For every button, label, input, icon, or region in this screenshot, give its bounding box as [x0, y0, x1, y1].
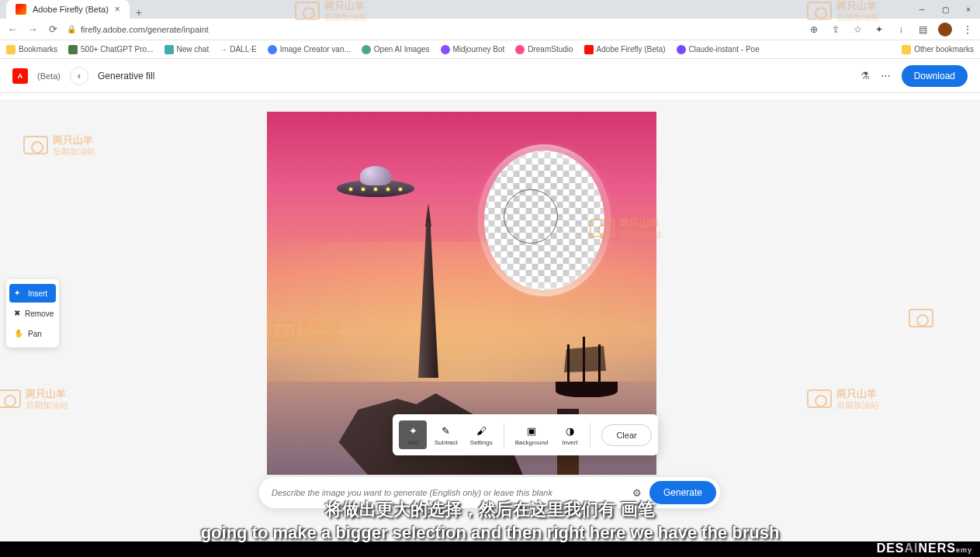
bookmark-icon — [68, 45, 78, 54]
app-back-button[interactable]: ‹ — [70, 67, 88, 85]
folder-icon — [6, 45, 16, 54]
window-minimize-icon[interactable]: ─ — [910, 0, 933, 19]
camera-icon — [590, 219, 615, 237]
bookmark-icon — [677, 45, 686, 54]
subtract-tool[interactable]: ✎Subtract — [430, 420, 462, 449]
camera-icon — [807, 389, 832, 408]
url-text: firefly.adobe.com/generate/inpaint — [81, 25, 209, 34]
prompt-bar: ⚙ Generate — [259, 477, 720, 508]
brush-settings-tool[interactable]: 🖌Settings — [466, 420, 497, 449]
watermark: 两只山羊后期加油站 — [295, 0, 367, 22]
watermark: 两只山羊后期加油站 — [590, 217, 662, 240]
folder-icon — [902, 45, 911, 54]
insert-tool[interactable]: ✦Insert — [9, 284, 56, 303]
bookmark-item[interactable]: 500+ ChatGPT Pro... — [68, 45, 153, 54]
divider — [590, 423, 590, 448]
brush-toolbar: ✦Add ✎Subtract 🖌Settings ▣Background ◑In… — [393, 414, 658, 455]
nav-back-icon[interactable]: ← — [6, 23, 19, 35]
bookmark-item[interactable]: Bookmarks — [6, 45, 57, 54]
insert-icon: ✦ — [14, 289, 23, 298]
add-tool[interactable]: ✦Add — [399, 420, 427, 449]
adobe-logo-icon[interactable]: A — [12, 68, 28, 84]
bookmark-item[interactable]: Adobe Firefly (Beta) — [584, 45, 666, 54]
pan-tool[interactable]: ✋Pan — [9, 324, 56, 343]
bookmark-item[interactable]: →DALL·E — [220, 45, 256, 54]
nav-forward-icon[interactable]: → — [26, 23, 39, 35]
bookmark-icon — [515, 45, 525, 54]
watermark: 两只山羊后期加油站 — [23, 134, 95, 157]
watermark: 两只山羊后期加油站 — [272, 320, 344, 343]
download-button[interactable]: Download — [902, 65, 968, 87]
bookmarks-bar: Bookmarks 500+ ChatGPT Pro... New chat →… — [0, 40, 980, 59]
bookmark-icon — [164, 45, 174, 54]
camera-icon — [295, 2, 320, 20]
new-tab-button[interactable]: + — [130, 6, 148, 19]
video-bar — [0, 541, 980, 557]
bookmark-icon: → — [220, 46, 227, 54]
ufo-graphic — [337, 166, 414, 205]
add-icon: ✦ — [406, 424, 420, 438]
bookmark-icon — [441, 45, 450, 54]
background-icon: ▣ — [525, 424, 538, 438]
remove-tool[interactable]: ✖Remove — [9, 304, 56, 323]
clear-button[interactable]: Clear — [601, 424, 651, 446]
camera-icon — [807, 2, 832, 20]
pan-icon: ✋ — [14, 329, 23, 338]
bookmark-item[interactable]: DreamStudio — [515, 45, 573, 54]
bookmark-icon — [362, 45, 371, 54]
flask-icon[interactable]: ⚗ — [861, 70, 870, 81]
bookmark-item[interactable]: Midjourney Bot — [441, 45, 505, 54]
app-header: A (Beta) ‹ Generative fill ⚗ ⋯ Download — [0, 59, 980, 93]
brand-logo: DESAINERSemy — [877, 541, 972, 555]
bookmark-icon — [268, 45, 277, 54]
translate-icon[interactable]: ⊕ — [808, 23, 820, 36]
nav-reload-icon[interactable]: ⟳ — [47, 23, 59, 35]
divider — [504, 423, 504, 448]
page-title: Generative fill — [98, 71, 154, 81]
profile-avatar-icon[interactable] — [938, 22, 952, 36]
camera-icon — [0, 389, 21, 408]
bookmark-item[interactable]: Claude-instant - Poe — [677, 45, 760, 54]
ship-graphic — [548, 327, 625, 397]
more-icon[interactable]: ⋯ — [881, 70, 891, 81]
window-close-icon[interactable]: × — [957, 0, 980, 19]
canvas-area: ✦Insert ✖Remove ✋Pan ✦Add ✎Subtract 🖌Set… — [0, 99, 980, 557]
extensions-icon[interactable]: ✦ — [873, 23, 885, 36]
subtract-icon: ✎ — [439, 424, 453, 438]
tab-close-icon[interactable]: × — [115, 4, 120, 15]
bookmark-item[interactable]: Image Creator van... — [268, 45, 351, 54]
bookmark-icon — [584, 45, 594, 54]
downloads-icon[interactable]: ↓ — [895, 23, 907, 36]
brush-icon: 🖌 — [474, 424, 488, 438]
prompt-input[interactable] — [272, 488, 625, 497]
watermark: 两只山羊后期加油站 — [807, 388, 879, 410]
remove-icon: ✖ — [14, 309, 20, 318]
browser-tab-active[interactable]: Adobe Firefly (Beta) × — [6, 0, 130, 19]
reading-list-icon[interactable]: ▤ — [916, 23, 929, 36]
invert-icon: ◑ — [563, 424, 577, 438]
window-maximize-icon[interactable]: ▢ — [933, 0, 957, 19]
camera-icon — [272, 322, 296, 341]
background-tool[interactable]: ▣Background — [511, 420, 553, 449]
menu-icon[interactable]: ⋮ — [961, 23, 974, 36]
bookmark-star-icon[interactable]: ☆ — [851, 23, 864, 36]
url-field[interactable]: 🔒 firefly.adobe.com/generate/inpaint — [67, 25, 800, 34]
bookmark-item[interactable]: New chat — [164, 45, 210, 54]
camera-icon — [23, 136, 48, 154]
watermark — [909, 309, 933, 327]
bookmark-item[interactable]: Open AI Images — [362, 45, 430, 54]
beta-badge: (Beta) — [37, 71, 61, 81]
watermark: 两只山羊后期加油站 — [807, 0, 879, 22]
prompt-settings-icon[interactable]: ⚙ — [632, 487, 642, 499]
invert-tool[interactable]: ◑Invert — [556, 420, 583, 449]
tab-title: Adobe Firefly (Beta) — [33, 5, 109, 14]
generate-button[interactable]: Generate — [649, 481, 716, 504]
share-icon[interactable]: ⇪ — [829, 23, 842, 36]
brush-cursor-icon — [504, 189, 558, 244]
other-bookmarks[interactable]: Other bookmarks — [902, 45, 974, 54]
camera-icon — [909, 309, 933, 327]
watermark: 两只山羊后期加油站 — [0, 388, 68, 410]
tab-favicon-icon — [16, 4, 26, 15]
lock-icon: 🔒 — [67, 25, 76, 33]
side-toolbar: ✦Insert ✖Remove ✋Pan — [6, 279, 59, 348]
